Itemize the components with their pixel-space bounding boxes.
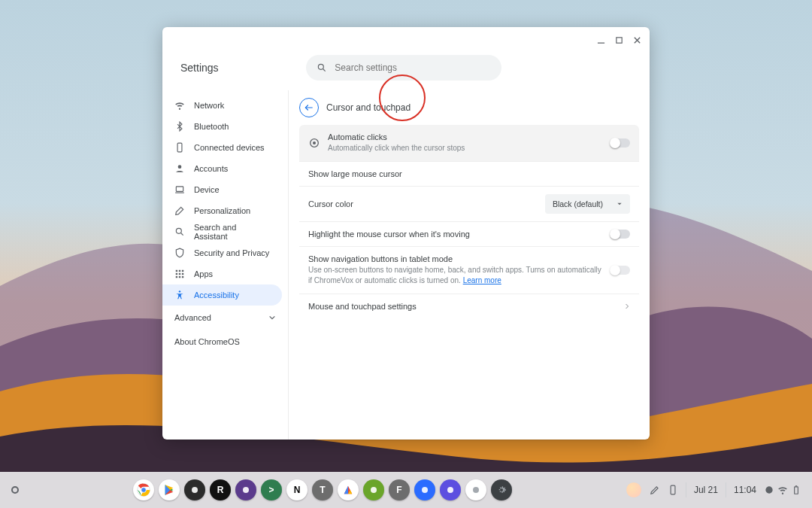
devices-icon xyxy=(174,142,185,153)
svg-point-37 xyxy=(765,486,772,493)
shelf-app-app-triangle[interactable] xyxy=(338,479,359,500)
stylus-icon[interactable] xyxy=(650,485,660,495)
sidebar-item-label: Search and Assistant xyxy=(194,223,270,241)
svg-point-31 xyxy=(371,487,377,493)
learn-more-link[interactable]: Learn more xyxy=(463,276,501,284)
shelf-app-settings[interactable] xyxy=(491,479,512,500)
sidebar-about[interactable]: About ChromeOS xyxy=(162,330,288,354)
shelf-app-app-blue[interactable] xyxy=(414,479,435,500)
minimize-button[interactable] xyxy=(595,35,606,45)
shelf-app-chrome[interactable] xyxy=(133,479,154,500)
wifi-status-icon xyxy=(777,485,788,495)
highlight-cursor-toggle[interactable] xyxy=(611,230,630,239)
back-button[interactable] xyxy=(299,98,319,117)
chevron-right-icon xyxy=(624,302,630,311)
svg-point-35 xyxy=(500,488,503,491)
svg-point-24 xyxy=(314,142,316,144)
automatic-clicks-toggle[interactable] xyxy=(611,138,630,148)
svg-point-7 xyxy=(178,165,182,169)
sidebar-item-network[interactable]: Network xyxy=(162,95,282,116)
svg-rect-16 xyxy=(179,273,180,275)
app-title: Settings xyxy=(177,62,219,74)
shelf-app-app-r[interactable]: R xyxy=(210,479,231,500)
search-icon xyxy=(317,62,327,73)
shelf: R>NTF Jul 21 11:04 xyxy=(0,472,812,508)
shelf-app-play[interactable] xyxy=(159,479,180,500)
arrow-left-icon xyxy=(304,102,314,113)
sidebar-item-connected-devices[interactable]: Connected devices xyxy=(162,137,282,158)
sidebar-item-device[interactable]: Device xyxy=(162,179,282,200)
cursor-color-select[interactable]: Black (default) xyxy=(545,194,630,214)
search-icon xyxy=(174,227,185,237)
sidebar-about-label: About ChromeOS xyxy=(174,337,240,346)
svg-point-32 xyxy=(422,487,428,493)
settings-content: Cursor and touchpad Automatic clicks Aut… xyxy=(289,90,650,440)
system-tray[interactable]: Jul 21 11:04 xyxy=(615,482,812,498)
search-input[interactable] xyxy=(335,62,491,73)
shelf-app-app-t[interactable]: T xyxy=(312,479,333,500)
shelf-app-mastodon[interactable] xyxy=(440,479,461,500)
svg-line-5 xyxy=(323,69,326,71)
settings-sidebar: Network Bluetooth Connected devices Acco… xyxy=(162,90,289,440)
svg-rect-14 xyxy=(182,270,183,272)
shelf-app-notion[interactable]: N xyxy=(286,479,308,500)
sidebar-item-label: Personalization xyxy=(194,206,250,215)
tray-date: Jul 21 xyxy=(694,485,718,495)
settings-window: Settings Network Bluetooth Connected dev… xyxy=(162,27,650,440)
phone-hub-icon[interactable] xyxy=(668,485,678,495)
svg-rect-12 xyxy=(176,270,177,272)
row-tablet-nav: Show navigation buttons in tablet mode U… xyxy=(299,247,639,294)
sidebar-item-personalization[interactable]: Personalization xyxy=(162,200,282,221)
tray-time: 11:04 xyxy=(734,485,756,495)
accessibility-icon xyxy=(174,290,185,300)
row-title: Automatic clicks xyxy=(328,132,603,141)
shelf-app-nvidia[interactable] xyxy=(363,479,384,500)
tray-separator xyxy=(686,482,686,497)
sidebar-advanced[interactable]: Advanced xyxy=(162,306,288,330)
svg-line-11 xyxy=(181,233,183,236)
launcher-button[interactable] xyxy=(0,486,30,494)
svg-point-10 xyxy=(176,228,181,233)
svg-rect-36 xyxy=(671,485,675,494)
row-title: Mouse and touchpad settings xyxy=(308,302,617,311)
shelf-app-app-f[interactable]: F xyxy=(389,479,410,500)
svg-point-4 xyxy=(319,64,324,69)
sidebar-item-security[interactable]: Security and Privacy xyxy=(162,242,282,263)
target-icon xyxy=(308,137,320,149)
row-title: Cursor color xyxy=(308,199,538,208)
sidebar-item-label: Bluetooth xyxy=(194,122,229,131)
shelf-app-terminal[interactable]: > xyxy=(261,479,282,500)
shelf-app-app-circle[interactable] xyxy=(465,479,486,500)
svg-rect-38 xyxy=(795,487,798,494)
tray-status-cluster[interactable] xyxy=(764,485,801,495)
svg-rect-20 xyxy=(182,276,183,278)
sidebar-item-bluetooth[interactable]: Bluetooth xyxy=(162,116,282,137)
shelf-app-app-dark-1[interactable] xyxy=(184,479,205,500)
app-header: Settings xyxy=(162,53,650,90)
page-title: Cursor and touchpad xyxy=(326,102,411,113)
row-highlight-cursor: Highlight the mouse cursor when it's mov… xyxy=(299,222,639,247)
wifi-icon xyxy=(174,100,185,111)
svg-rect-1 xyxy=(616,37,621,42)
launcher-icon xyxy=(11,486,19,494)
sidebar-item-apps[interactable]: Apps xyxy=(162,263,282,284)
row-title: Highlight the mouse cursor when it's mov… xyxy=(308,230,603,239)
sidebar-item-accounts[interactable]: Accounts xyxy=(162,158,282,179)
shelf-app-row: R>NTF xyxy=(30,479,615,500)
row-subtitle: Automatically click when the cursor stop… xyxy=(328,143,603,154)
shelf-app-app-purple[interactable] xyxy=(235,479,256,500)
close-button[interactable] xyxy=(632,35,642,45)
svg-rect-17 xyxy=(182,273,183,275)
avatar[interactable] xyxy=(626,482,642,498)
svg-point-34 xyxy=(473,487,479,493)
sidebar-item-accessibility[interactable]: Accessibility xyxy=(162,284,282,306)
svg-point-29 xyxy=(192,487,198,493)
row-large-cursor[interactable]: Show large mouse cursor xyxy=(299,162,639,187)
sidebar-item-label: Accounts xyxy=(194,164,228,173)
row-mouse-touchpad-settings[interactable]: Mouse and touchpad settings xyxy=(299,294,639,318)
search-box[interactable] xyxy=(306,55,501,81)
sidebar-item-label: Apps xyxy=(194,269,213,278)
maximize-button[interactable] xyxy=(614,35,624,45)
notification-dot-icon xyxy=(764,485,774,495)
sidebar-item-search-assistant[interactable]: Search and Assistant xyxy=(162,221,282,242)
